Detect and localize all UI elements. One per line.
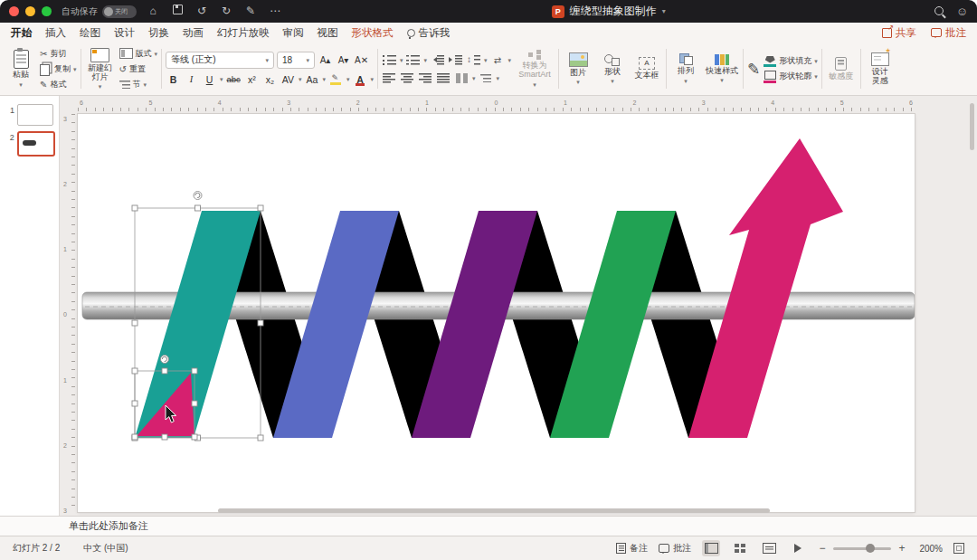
zoom-window-button[interactable] (42, 6, 52, 16)
fit-to-window-icon[interactable] (953, 543, 964, 554)
autosave-toggle[interactable]: 关闭 (102, 5, 137, 18)
font-name-select[interactable]: 等线 (正文) (166, 52, 274, 69)
vertical-scrollbar[interactable] (970, 103, 974, 150)
zoom-out-button[interactable]: − (818, 542, 827, 555)
italic-button[interactable]: I (184, 72, 199, 87)
design-ideas-button[interactable]: 设计灵感 (865, 52, 896, 86)
selection-handle[interactable] (192, 401, 197, 406)
increase-font-button[interactable]: A▴ (318, 52, 333, 67)
tab-transitions[interactable]: 切换 (148, 26, 169, 40)
convert-smartart-button[interactable]: 转换为 SmartArt (515, 50, 555, 88)
new-slide-button[interactable]: 新建幻灯片 (85, 48, 116, 90)
change-case-button[interactable]: Aa (304, 72, 319, 87)
ribbon-pink-arrow[interactable] (688, 138, 843, 438)
zoom-in-button[interactable]: + (897, 542, 906, 555)
share-button[interactable]: 共享 (882, 26, 916, 40)
selection-handle[interactable] (195, 205, 201, 211)
undo-icon[interactable]: ↺ (194, 0, 210, 23)
slide-thumbnail-1[interactable]: 1 (0, 101, 59, 128)
tab-review[interactable]: 审阅 (283, 26, 304, 40)
feedback-smiley-icon[interactable]: ☺ (956, 5, 968, 18)
selection-handle[interactable] (162, 368, 167, 374)
minimize-window-button[interactable] (25, 6, 35, 16)
subscript-button[interactable]: x₂ (262, 72, 278, 87)
font-size-select[interactable]: 18 (277, 52, 315, 69)
decrease-font-button[interactable]: A▾ (336, 52, 351, 67)
rotation-handle-triangle[interactable] (161, 356, 169, 364)
reset-button[interactable]: 重置 (119, 62, 158, 75)
zoom-percentage[interactable]: 200% (917, 544, 943, 554)
arrange-button[interactable]: 排列 (670, 53, 701, 84)
line-spacing-button[interactable] (466, 52, 481, 67)
selection-handle[interactable] (258, 205, 263, 211)
selection-handle[interactable] (132, 205, 138, 211)
document-title-area[interactable]: P 缠绕型抽象图制作 ▾ (291, 4, 926, 19)
selection-handle[interactable] (258, 435, 263, 441)
tab-insert[interactable]: 插入 (45, 26, 66, 40)
clear-formatting-button[interactable]: A✕ (354, 52, 369, 67)
shape-fill-button[interactable]: 形状填充 (764, 55, 818, 68)
format-shape-pane-icon[interactable] (747, 60, 760, 79)
more-commands-icon[interactable]: ⋯ (267, 0, 283, 23)
paste-button[interactable]: 粘贴 (5, 50, 36, 88)
normal-view-button[interactable] (702, 540, 720, 556)
tab-animations[interactable]: 动画 (183, 26, 204, 40)
align-center-button[interactable] (400, 71, 415, 85)
reading-view-button[interactable] (760, 540, 778, 556)
close-window-button[interactable] (9, 6, 19, 16)
tab-tell-me[interactable]: 告诉我 (407, 26, 451, 40)
quick-styles-button[interactable]: 快速样式 (705, 54, 739, 84)
slideshow-button[interactable] (789, 540, 807, 556)
zoom-slider[interactable] (833, 547, 891, 550)
decrease-indent-button[interactable] (430, 52, 445, 67)
bullets-button[interactable] (382, 52, 397, 67)
numbering-button[interactable] (405, 52, 421, 67)
copy-button[interactable]: 复制 (40, 62, 77, 75)
language-indicator[interactable]: 中文 (中国) (83, 542, 128, 555)
superscript-button[interactable]: x² (244, 72, 260, 87)
textbox-button[interactable]: 文本框 (631, 57, 662, 81)
zoom-slider-thumb[interactable] (866, 544, 875, 553)
tab-design[interactable]: 设计 (114, 26, 135, 40)
cut-button[interactable]: 剪切 (40, 47, 77, 60)
underline-button[interactable]: U (202, 72, 217, 87)
rotation-handle-teal[interactable] (194, 192, 202, 200)
slide-1-preview[interactable] (17, 104, 53, 126)
autosave-control[interactable]: 自动保存 关闭 (62, 5, 137, 18)
slide-2-preview-selected[interactable] (17, 131, 55, 157)
tab-shape-format[interactable]: 形状格式 (352, 26, 394, 40)
sensitivity-button[interactable]: 敏感度 (826, 57, 857, 81)
align-left-button[interactable] (382, 71, 397, 85)
slide-canvas[interactable] (78, 114, 915, 512)
selection-handle[interactable] (132, 320, 138, 326)
increase-indent-button[interactable] (448, 52, 463, 67)
justify-button[interactable] (436, 71, 451, 85)
notes-pane[interactable]: 单击此处添加备注 (0, 516, 977, 536)
selection-handle[interactable] (192, 368, 197, 374)
layout-button[interactable]: 版式 (119, 47, 158, 60)
tab-draw[interactable]: 绘图 (80, 26, 100, 40)
selection-handle[interactable] (132, 401, 138, 406)
shape-outline-button[interactable]: 形状轮廓 (764, 71, 818, 83)
comments-button[interactable]: 批注 (931, 26, 966, 40)
slide-thumbnail-2[interactable]: 2 (0, 128, 59, 159)
bold-button[interactable]: B (166, 72, 181, 87)
comments-toggle-button[interactable]: 批注 (659, 542, 691, 555)
tab-view[interactable]: 视图 (318, 26, 338, 40)
shapes-button[interactable]: 形状 (597, 53, 628, 85)
picture-button[interactable]: 图片 (563, 52, 593, 86)
highlight-color-button[interactable] (328, 72, 344, 87)
notes-toggle-button[interactable]: 备注 (616, 542, 648, 555)
text-direction-button[interactable] (489, 52, 505, 67)
align-right-button[interactable] (418, 71, 433, 85)
search-icon[interactable] (934, 6, 944, 17)
selection-handle[interactable] (132, 434, 138, 440)
save-icon[interactable] (169, 0, 185, 23)
font-color-button[interactable]: A (352, 72, 367, 87)
draw-pen-icon[interactable]: ✎ (242, 0, 259, 23)
home-icon[interactable]: ⌂ (145, 0, 161, 23)
selection-handle[interactable] (192, 434, 197, 440)
selection-handle[interactable] (162, 434, 167, 440)
tab-home[interactable]: 开始 (11, 26, 32, 40)
format-painter-button[interactable]: 格式 (40, 78, 77, 90)
